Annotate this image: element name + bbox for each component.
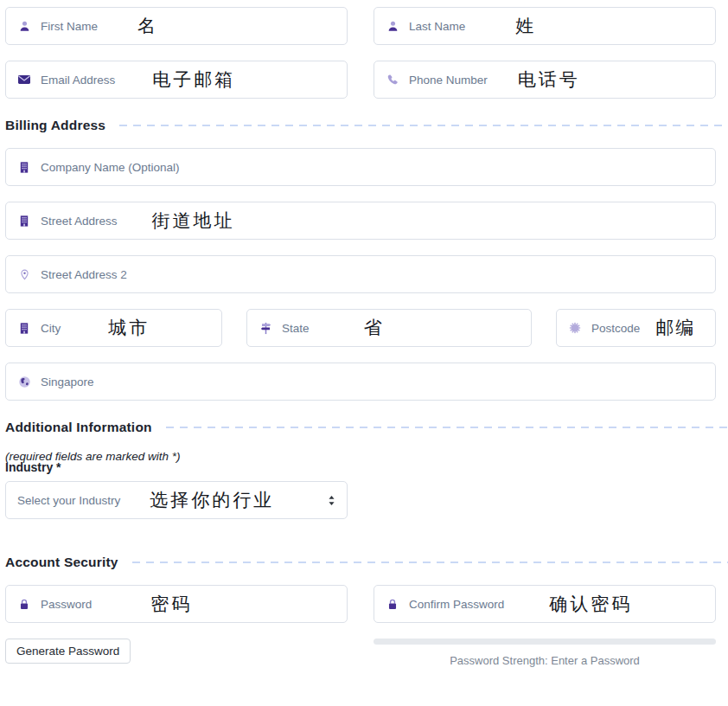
- caret-updown-icon: [328, 495, 335, 506]
- postcode-translation: 邮编: [655, 319, 695, 337]
- password-translation: 密码: [150, 595, 192, 613]
- last-name-placeholder: Last Name: [409, 20, 465, 33]
- confirm-password-translation: 确认密码: [549, 595, 632, 613]
- phone-placeholder: Phone Number: [409, 74, 488, 87]
- dashed-divider: [119, 125, 728, 126]
- company-placeholder: Company Name (Optional): [41, 161, 180, 174]
- certificate-icon: [568, 321, 582, 335]
- generate-password-col: Generate Password: [5, 639, 348, 667]
- industry-placeholder: Select your Industry: [17, 494, 120, 507]
- first-name-input[interactable]: First Name 名: [5, 7, 348, 45]
- state-input[interactable]: State 省: [246, 309, 532, 347]
- password-row: Password 密码 Confirm Password 确认密码: [5, 585, 716, 623]
- building-icon: [17, 321, 31, 335]
- additional-section-header: Additional Information: [5, 420, 728, 435]
- industry-select[interactable]: Select your Industry 选择你的行业: [5, 481, 348, 519]
- user-icon: [386, 19, 399, 33]
- country-value: Singapore: [41, 375, 94, 388]
- last-name-input[interactable]: Last Name 姓: [374, 7, 716, 45]
- email-translation: 电子邮箱: [152, 71, 235, 89]
- company-input[interactable]: Company Name (Optional): [5, 148, 716, 186]
- postcode-placeholder: Postcode: [591, 322, 640, 335]
- lock-icon: [17, 597, 31, 611]
- lock-icon: [386, 597, 399, 611]
- password-strength-col: Password Strength: Enter a Password: [374, 639, 716, 667]
- first-name-translation: 名: [137, 17, 158, 35]
- city-state-postcode-row: City 城市 State 省 Postcode 邮编: [5, 309, 716, 347]
- confirm-password-input[interactable]: Confirm Password 确认密码: [374, 585, 716, 623]
- signup-form: First Name 名 Last Name 姓 Email Address 电…: [0, 0, 723, 676]
- street-address-2-input[interactable]: Street Address 2: [5, 255, 716, 293]
- password-placeholder: Password: [41, 598, 92, 611]
- generate-password-button[interactable]: Generate Password: [5, 639, 131, 664]
- city-input[interactable]: City 城市: [5, 309, 222, 347]
- phone-translation: 电话号: [518, 71, 580, 89]
- additional-heading: Additional Information: [5, 420, 152, 435]
- security-section-header: Account Security: [5, 555, 728, 570]
- building-icon: [17, 214, 31, 228]
- password-strength-bar: [374, 639, 716, 645]
- state-translation: 省: [364, 319, 385, 337]
- globe-icon: [17, 375, 31, 388]
- phone-icon: [386, 73, 399, 87]
- email-input[interactable]: Email Address 电子邮箱: [5, 61, 348, 99]
- last-name-translation: 姓: [515, 17, 536, 35]
- name-row: First Name 名 Last Name 姓: [5, 7, 716, 45]
- email-placeholder: Email Address: [41, 74, 115, 87]
- first-name-placeholder: First Name: [41, 20, 98, 33]
- map-signs-icon: [259, 321, 272, 335]
- building-icon: [17, 160, 31, 174]
- envelope-icon: [17, 73, 31, 87]
- street-address-input[interactable]: Street Address 街道地址: [5, 202, 716, 240]
- confirm-password-placeholder: Confirm Password: [409, 598, 504, 611]
- country-select[interactable]: Singapore: [5, 363, 716, 401]
- password-input[interactable]: Password 密码: [5, 585, 348, 623]
- state-placeholder: State: [282, 322, 310, 335]
- contact-row: Email Address 电子邮箱 Phone Number 电话号: [5, 61, 716, 99]
- city-placeholder: City: [41, 322, 61, 335]
- security-heading: Account Security: [5, 555, 118, 570]
- password-strength-text: Password Strength: Enter a Password: [374, 654, 716, 667]
- user-icon: [17, 19, 31, 33]
- city-translation: 城市: [108, 319, 150, 337]
- phone-input[interactable]: Phone Number 电话号: [374, 61, 716, 99]
- dashed-divider: [166, 427, 728, 428]
- billing-section-header: Billing Address: [5, 118, 728, 133]
- street-address-2-placeholder: Street Address 2: [41, 268, 127, 281]
- street-address-translation: 街道地址: [152, 212, 235, 230]
- billing-heading: Billing Address: [5, 118, 105, 133]
- postcode-input[interactable]: Postcode 邮编: [556, 309, 716, 347]
- dashed-divider: [132, 562, 728, 563]
- industry-translation: 选择你的行业: [150, 491, 274, 510]
- password-tools-row: Generate Password Password Strength: Ent…: [5, 639, 716, 667]
- street-address-placeholder: Street Address: [41, 215, 118, 228]
- map-pin-icon: [17, 267, 31, 281]
